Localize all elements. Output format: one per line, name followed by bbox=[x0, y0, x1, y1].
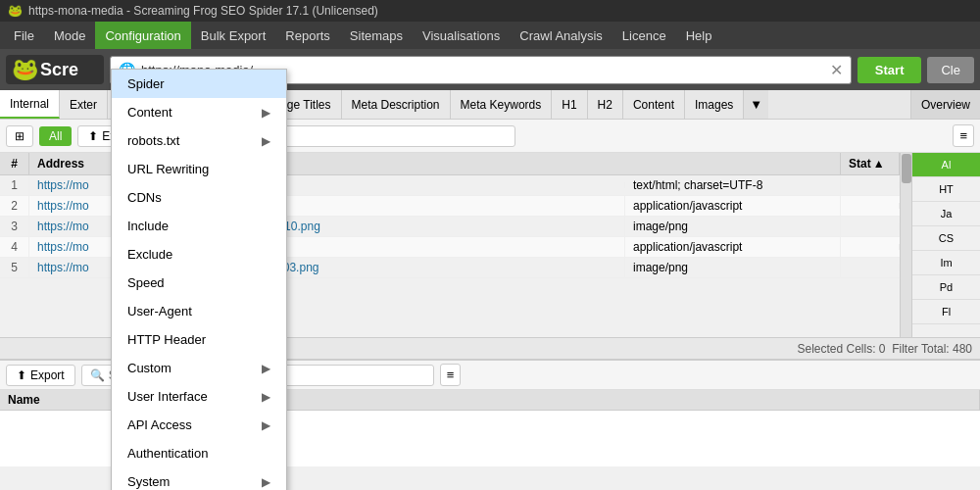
menu-configuration[interactable]: Configuration bbox=[95, 22, 190, 49]
tab-overview[interactable]: Overview bbox=[910, 90, 980, 119]
bottom-export-icon: ⬆ bbox=[17, 368, 26, 382]
bottom-filter-lines-icon: ≡ bbox=[447, 368, 455, 382]
bottom-search-icon: 🔍 bbox=[90, 368, 105, 382]
filter-lines-icon: ≡ bbox=[959, 128, 967, 143]
cell-type: application/javascript bbox=[625, 237, 841, 257]
export-icon: ⬆ bbox=[88, 129, 98, 143]
dropdown-item-speed[interactable]: Speed bbox=[112, 269, 286, 297]
clear-button[interactable]: Cle bbox=[927, 57, 974, 83]
tab-meta-description[interactable]: Meta Description bbox=[342, 90, 451, 119]
dropdown-robots-label: robots.txt bbox=[127, 133, 179, 148]
sidebar-tab-images[interactable]: Im bbox=[912, 251, 980, 275]
configuration-dropdown: Spider Content ▶ robots.txt ▶ URL Rewrit… bbox=[111, 69, 287, 490]
logo-text: Scre bbox=[40, 60, 78, 80]
sidebar-tab-flash[interactable]: Fl bbox=[912, 300, 980, 324]
dropdown-item-exclude[interactable]: Exclude bbox=[112, 240, 286, 269]
cell-status bbox=[841, 265, 900, 270]
tab-meta-keywords[interactable]: Meta Keywords bbox=[451, 90, 553, 119]
dropdown-spider-label: Spider bbox=[127, 76, 165, 91]
cell-num: 5 bbox=[0, 258, 29, 277]
tab-external[interactable]: Exter bbox=[60, 90, 108, 119]
sidebar-tab-pdf[interactable]: Pd bbox=[912, 275, 980, 300]
logo: 🐸 Scre bbox=[6, 55, 104, 84]
menu-mode[interactable]: Mode bbox=[44, 22, 96, 49]
title-bar: 🐸 https-mona-media - Screaming Frog SEO … bbox=[0, 0, 980, 22]
dropdown-item-system[interactable]: System ▶ bbox=[112, 467, 286, 490]
url-clear-icon[interactable]: ✕ bbox=[830, 61, 843, 79]
right-sidebar: Al HT Ja CS Im Pd Fl bbox=[911, 153, 980, 337]
sidebar-tab-html[interactable]: HT bbox=[912, 177, 980, 202]
menu-licence[interactable]: Licence bbox=[612, 22, 676, 49]
dropdown-content-label: Content bbox=[127, 105, 172, 120]
cell-type: text/html; charset=UTF-8 bbox=[625, 175, 841, 195]
filter-total-text: Filter Total: 480 bbox=[892, 342, 972, 356]
dropdown-speed-label: Speed bbox=[127, 275, 165, 290]
cell-num: 4 bbox=[0, 237, 29, 257]
cell-num: 3 bbox=[0, 217, 29, 236]
tab-internal[interactable]: Internal bbox=[0, 90, 60, 119]
tab-images[interactable]: Images bbox=[685, 90, 744, 119]
app-icon: 🐸 bbox=[8, 4, 23, 18]
dropdown-item-authentication[interactable]: Authentication bbox=[112, 439, 286, 467]
sidebar-tab-js[interactable]: Ja bbox=[912, 202, 980, 226]
dropdown-cdns-label: CDNs bbox=[127, 190, 162, 205]
submenu-arrow-system: ▶ bbox=[262, 475, 270, 489]
menu-file[interactable]: File bbox=[4, 22, 44, 49]
dropdown-item-user-interface[interactable]: User Interface ▶ bbox=[112, 382, 286, 411]
menu-visualisations[interactable]: Visualisations bbox=[413, 22, 510, 49]
dropdown-system-label: System bbox=[127, 474, 170, 489]
submenu-arrow-robots: ▶ bbox=[262, 134, 270, 148]
tab-h1[interactable]: H1 bbox=[552, 90, 587, 119]
cell-status bbox=[841, 244, 900, 250]
cell-type: image/png bbox=[625, 217, 841, 236]
sidebar-tab-css[interactable]: CS bbox=[912, 226, 980, 251]
dropdown-exclude-label: Exclude bbox=[127, 247, 172, 262]
dropdown-item-custom[interactable]: Custom ▶ bbox=[112, 354, 286, 382]
dropdown-include-label: Include bbox=[127, 219, 169, 233]
title-text: https-mona-media - Screaming Frog SEO Sp… bbox=[28, 4, 378, 18]
dropdown-item-content[interactable]: Content ▶ bbox=[112, 98, 286, 126]
tab-content[interactable]: Content bbox=[623, 90, 685, 119]
scroll-thumb[interactable] bbox=[902, 154, 911, 183]
col-header-status: Stat ▲ bbox=[841, 153, 900, 174]
menu-crawl-analysis[interactable]: Crawl Analysis bbox=[510, 22, 612, 49]
col-header-num: # bbox=[0, 153, 29, 174]
scrollbar[interactable] bbox=[900, 153, 911, 337]
filter-all-button[interactable]: All bbox=[39, 126, 72, 146]
dropdown-item-robots[interactable]: robots.txt ▶ bbox=[112, 126, 286, 155]
dropdown-item-http-header[interactable]: HTTP Header bbox=[112, 325, 286, 354]
dropdown-item-user-agent[interactable]: User-Agent bbox=[112, 297, 286, 325]
cell-status bbox=[841, 223, 900, 229]
dropdown-item-cdns[interactable]: CDNs bbox=[112, 183, 286, 212]
filter-options-button[interactable]: ≡ bbox=[953, 124, 974, 147]
filter-icon: ⊞ bbox=[15, 129, 24, 143]
dropdown-item-api-access[interactable]: API Access ▶ bbox=[112, 411, 286, 439]
dropdown-item-url-rewriting[interactable]: URL Rewriting bbox=[112, 155, 286, 183]
dropdown-item-include[interactable]: Include bbox=[112, 212, 286, 240]
dropdown-api-access-label: API Access bbox=[127, 417, 192, 432]
menu-help[interactable]: Help bbox=[676, 22, 722, 49]
tabs-more-arrow[interactable]: ▼ bbox=[744, 90, 768, 119]
cell-status bbox=[841, 182, 900, 188]
dropdown-http-header-label: HTTP Header bbox=[127, 332, 206, 347]
menu-bar: File Mode Configuration Bulk Export Repo… bbox=[0, 22, 980, 49]
menu-sitemaps[interactable]: Sitemaps bbox=[340, 22, 413, 49]
bottom-filter-options-button[interactable]: ≡ bbox=[440, 364, 462, 386]
sidebar-tab-all[interactable]: Al bbox=[912, 153, 980, 177]
filter-button[interactable]: ⊞ bbox=[6, 125, 33, 147]
bottom-export-button[interactable]: ⬆ Export bbox=[6, 365, 75, 386]
menu-bulk-export[interactable]: Bulk Export bbox=[191, 22, 275, 49]
bottom-col-value: Value bbox=[196, 390, 980, 410]
cell-num: 1 bbox=[0, 175, 29, 195]
dropdown-user-interface-label: User Interface bbox=[127, 389, 208, 404]
start-button[interactable]: Start bbox=[858, 57, 922, 83]
dropdown-item-spider[interactable]: Spider bbox=[112, 70, 286, 98]
dropdown-authentication-label: Authentication bbox=[127, 446, 208, 461]
submenu-arrow-api-access: ▶ bbox=[262, 418, 270, 432]
submenu-arrow-user-interface: ▶ bbox=[262, 390, 270, 404]
cell-type: image/png bbox=[625, 258, 841, 277]
tab-h2[interactable]: H2 bbox=[588, 90, 623, 119]
dropdown-user-agent-label: User-Agent bbox=[127, 304, 192, 318]
menu-reports[interactable]: Reports bbox=[275, 22, 340, 49]
cell-type: application/javascript bbox=[625, 196, 841, 216]
